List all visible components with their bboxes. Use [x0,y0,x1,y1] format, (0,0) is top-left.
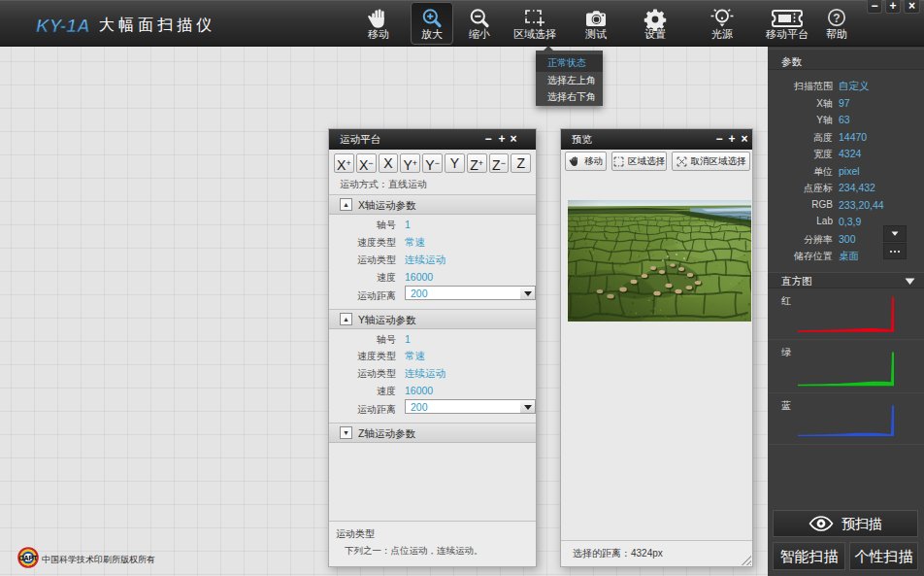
svg-text:KY-1A: KY-1A [36,16,90,36]
svg-text:CAPT: CAPT [18,555,38,561]
svg-text:?: ? [833,12,840,25]
